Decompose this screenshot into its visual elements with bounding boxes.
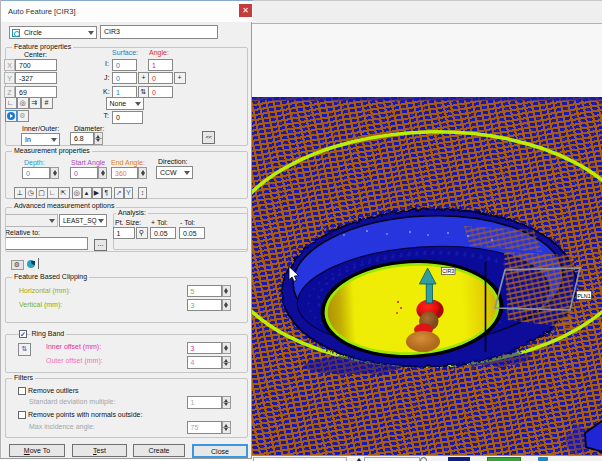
svg-text:CIR3: CIR3 (442, 268, 454, 274)
svg-text:PLN1: PLN1 (577, 293, 591, 299)
